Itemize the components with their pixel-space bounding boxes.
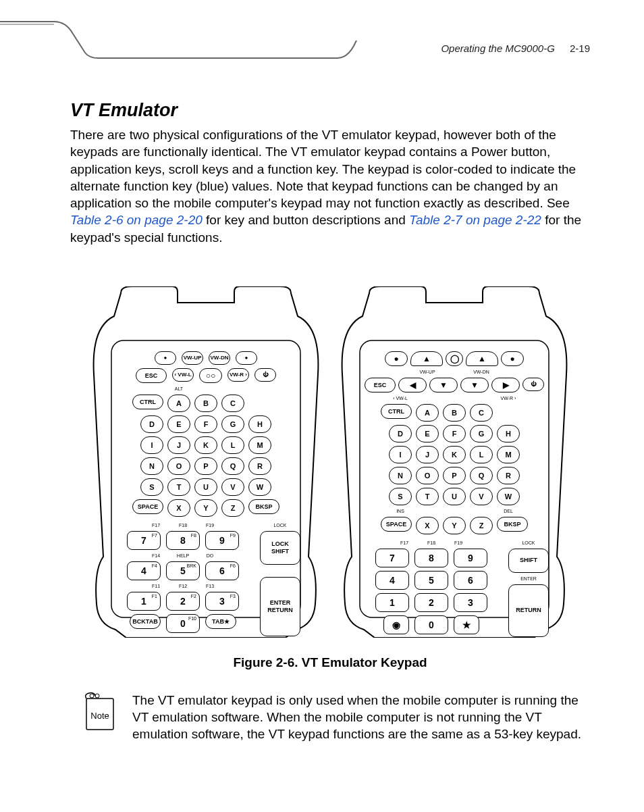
key-n[interactable]: N — [389, 467, 412, 484]
key-bcktab[interactable]: BCKTAB — [130, 614, 161, 629]
key-t[interactable]: T — [167, 478, 190, 496]
key-6[interactable]: 6 — [454, 571, 487, 590]
key-9[interactable]: 9F9 — [205, 531, 239, 550]
key-shift[interactable]: LOCKSHIFT — [260, 531, 300, 565]
key-vw-dn[interactable]: VW-DN — [209, 351, 230, 365]
key-8[interactable]: 8F8 — [166, 531, 200, 550]
key-m[interactable]: M — [248, 436, 271, 454]
key-2[interactable]: 2 — [414, 593, 448, 612]
key-space[interactable]: SPACE — [381, 517, 412, 532]
key-1[interactable]: 1F1 — [127, 592, 161, 611]
key-0[interactable]: 0F10 — [166, 614, 200, 633]
key-a[interactable]: A — [167, 395, 190, 412]
key-u[interactable]: U — [443, 488, 466, 505]
key-p[interactable]: P — [194, 457, 217, 475]
key-h[interactable]: H — [248, 415, 271, 433]
key-ctrl[interactable]: CTRL — [132, 395, 163, 409]
key-y[interactable]: Y — [194, 499, 217, 517]
key-r[interactable]: R — [248, 457, 271, 475]
key-5[interactable]: 5 — [414, 571, 448, 590]
key-3[interactable]: 3 — [454, 593, 487, 612]
key-0[interactable]: 0 — [414, 615, 448, 634]
key-x[interactable]: X — [167, 499, 190, 517]
key-9[interactable]: 9 — [454, 549, 487, 567]
key-5[interactable]: 5BRK — [166, 561, 200, 580]
key-v[interactable]: V — [221, 478, 244, 496]
key-7[interactable]: 7 — [375, 549, 409, 567]
key-vw-l[interactable]: ‹ VW-L — [172, 368, 194, 382]
key-n[interactable]: N — [140, 457, 163, 475]
key-k[interactable]: K — [443, 446, 466, 463]
key-l[interactable]: L — [221, 436, 244, 454]
key-b[interactable]: B — [443, 404, 466, 422]
key-c[interactable]: C — [221, 395, 244, 412]
key-vw-up[interactable]: VW-UP — [182, 351, 203, 365]
key-dot-right[interactable]: ● — [501, 351, 524, 366]
key-1[interactable]: 1 — [375, 593, 409, 612]
key-h[interactable]: H — [497, 425, 520, 442]
link-table-2-6[interactable]: Table 2-6 on page 2-20 — [70, 213, 203, 227]
key-2[interactable]: 2F2 — [166, 592, 200, 611]
key-o[interactable]: O — [167, 457, 190, 475]
key-k[interactable]: K — [194, 436, 217, 454]
key-j[interactable]: J — [167, 436, 190, 454]
key-o[interactable]: O — [416, 467, 439, 484]
key-i[interactable]: I — [140, 436, 163, 454]
key-nav-vwup-arc[interactable]: ▲ — [410, 351, 443, 366]
key-t[interactable]: T — [416, 488, 439, 505]
key-4[interactable]: 4 — [375, 571, 409, 590]
key-dot-left[interactable]: ● — [385, 351, 408, 366]
key-nav-up[interactable]: ○○ — [199, 368, 222, 383]
key-r[interactable]: R — [497, 467, 520, 484]
key-u[interactable]: U — [194, 478, 217, 496]
key-nav-down[interactable]: ▼ — [429, 378, 458, 392]
key-a[interactable]: A — [416, 404, 439, 422]
key-power[interactable]: ⏻ — [254, 368, 276, 382]
key-l[interactable]: L — [470, 446, 493, 463]
key-ctrl[interactable]: CTRL — [381, 404, 412, 419]
key-d[interactable]: D — [389, 425, 412, 442]
key-star[interactable]: ★ — [454, 615, 479, 634]
key-f[interactable]: F — [194, 415, 217, 433]
key-g[interactable]: G — [221, 415, 244, 433]
key-z[interactable]: Z — [470, 517, 493, 534]
key-q[interactable]: Q — [221, 457, 244, 475]
key-6[interactable]: 6F6 — [205, 561, 239, 580]
key-space[interactable]: SPACE — [132, 499, 163, 514]
key-v[interactable]: V — [470, 488, 493, 505]
key-return[interactable]: ENTERRETURN — [260, 577, 300, 636]
key-bksp[interactable]: BKSP — [248, 499, 279, 514]
key-w[interactable]: W — [497, 488, 520, 505]
key-d[interactable]: D — [140, 415, 163, 433]
key-e[interactable]: E — [167, 415, 190, 433]
key-m[interactable]: M — [497, 446, 520, 463]
key-w[interactable]: W — [248, 478, 271, 496]
key-3[interactable]: 3F3 — [205, 592, 239, 611]
key-e[interactable]: E — [416, 425, 439, 442]
key-j[interactable]: J — [416, 446, 439, 463]
key-nav-vwdn-arc[interactable]: ▲ — [466, 351, 498, 366]
key-nav-right[interactable]: ▶ — [491, 378, 520, 392]
key-nav-down2[interactable]: ▼ — [460, 378, 489, 392]
key-shift[interactable]: SHIFT — [508, 549, 549, 573]
key-8[interactable]: 8 — [414, 549, 448, 567]
key-nav-left[interactable]: ◀ — [398, 378, 427, 392]
key-return[interactable]: RETURN — [508, 584, 549, 637]
key-tab[interactable]: TAB★ — [205, 614, 236, 629]
key-s[interactable]: S — [140, 478, 163, 496]
key-dot-left[interactable]: ● — [155, 351, 176, 365]
key-z[interactable]: Z — [221, 499, 244, 517]
link-table-2-7[interactable]: Table 2-7 on page 2-22 — [409, 213, 541, 227]
key-bksp[interactable]: BKSP — [497, 517, 528, 532]
key-c[interactable]: C — [470, 404, 493, 422]
key-y[interactable]: Y — [443, 517, 466, 534]
key-nav-center[interactable]: ◯ — [446, 351, 463, 366]
key-power[interactable]: ⏻ — [522, 378, 544, 391]
key-i[interactable]: I — [389, 446, 412, 463]
key-4[interactable]: 4F4 — [127, 561, 161, 580]
key-p[interactable]: P — [443, 467, 466, 484]
key-7[interactable]: 7F7 — [127, 531, 161, 550]
key-f[interactable]: F — [443, 425, 466, 442]
key-q[interactable]: Q — [470, 467, 493, 484]
key-g[interactable]: G — [470, 425, 493, 442]
